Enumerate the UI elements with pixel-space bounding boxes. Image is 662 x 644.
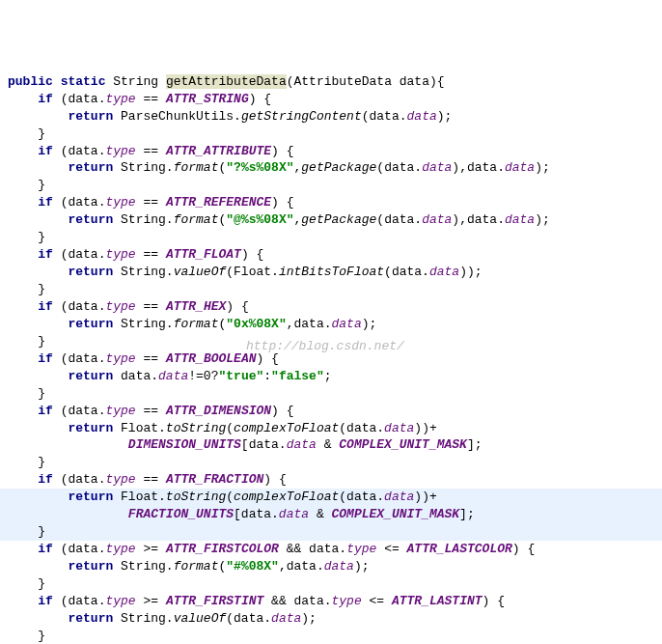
- param-name: data: [400, 74, 429, 89]
- const-attr-float: ATTR_FLOAT: [166, 247, 241, 262]
- const-attr-string: ATTR_STRING: [166, 92, 249, 106]
- keyword-if: if: [38, 144, 53, 158]
- method-valueof: valueOf: [174, 611, 227, 626]
- const-complex-unit-mask: COMPLEX_UNIT_MASK: [331, 507, 459, 521]
- highlighted-line: return Float.toString(complexToFloat(dat…: [0, 489, 662, 541]
- keyword-if: if: [38, 299, 53, 314]
- field-data: data: [429, 265, 459, 279]
- const-attr-boolean: ATTR_BOOLEAN: [166, 351, 257, 366]
- method-getpackage: getPackage: [301, 212, 376, 227]
- field-type: type: [105, 247, 135, 262]
- const-attr-reference: ATTR_REFERENCE: [166, 195, 271, 210]
- keyword-return: return: [68, 317, 113, 331]
- field-data: data: [332, 317, 362, 331]
- method-getpackage: getPackage: [301, 160, 376, 175]
- field-data: data: [324, 559, 354, 574]
- keyword-return: return: [68, 160, 113, 175]
- field-data: data: [158, 369, 188, 383]
- method-tostring: toString: [166, 421, 226, 435]
- string-true: "true": [218, 369, 263, 383]
- field-type: type: [105, 299, 135, 314]
- const-fraction-units: FRACTION_UNITS: [128, 507, 234, 521]
- keyword-return: return: [68, 369, 113, 383]
- method-format: format: [174, 212, 219, 227]
- string-color: "#%08X": [226, 559, 279, 574]
- keyword-if: if: [38, 351, 53, 366]
- field-type: type: [105, 195, 135, 210]
- keyword-if: if: [38, 472, 53, 487]
- const-attr-hex: ATTR_HEX: [166, 299, 226, 314]
- field-data: data: [384, 490, 414, 504]
- keyword-return: return: [68, 265, 113, 279]
- method-format: format: [174, 559, 219, 574]
- string-ref: "@%s%08X": [226, 212, 293, 227]
- field-type: type: [105, 472, 135, 487]
- field-data: data: [505, 160, 535, 175]
- class-parsechunkutils: ParseChunkUtils: [121, 109, 234, 124]
- keyword-if: if: [38, 247, 53, 262]
- string-hex: "0x%08X": [226, 317, 286, 331]
- keyword-if: if: [38, 594, 53, 608]
- field-data: data: [422, 160, 452, 175]
- field-type: type: [346, 542, 376, 556]
- field-type: type: [105, 92, 135, 106]
- keyword-return: return: [68, 559, 113, 574]
- method-valueof: valueOf: [174, 265, 227, 279]
- field-data: data: [422, 212, 452, 227]
- const-attr-lastint: ATTR_LASTINT: [392, 594, 483, 608]
- field-type: type: [105, 542, 135, 556]
- field-type: type: [105, 351, 135, 366]
- const-attr-dimension: ATTR_DIMENSION: [166, 404, 271, 418]
- method-tostring: toString: [166, 490, 226, 504]
- keyword-return: return: [68, 212, 113, 227]
- keyword-return: return: [68, 611, 113, 626]
- keyword-if: if: [38, 404, 53, 418]
- keyword-if: if: [38, 92, 53, 106]
- field-type: type: [105, 404, 135, 418]
- field-type: type: [105, 144, 135, 158]
- const-attr-lastcolor: ATTR_LASTCOLOR: [407, 542, 512, 556]
- field-type: type: [105, 594, 135, 608]
- keyword-return: return: [68, 109, 113, 124]
- const-attr-firstcolor: ATTR_FIRSTCOLOR: [166, 542, 279, 556]
- method-format: format: [174, 160, 219, 175]
- field-data: data: [279, 507, 309, 521]
- method-format: format: [174, 317, 219, 331]
- const-attr-firstint: ATTR_FIRSTINT: [166, 594, 263, 608]
- method-complextofloat: complexToFloat: [234, 490, 339, 504]
- keyword-public: public: [8, 74, 53, 89]
- code-block: public static String getAttributeData(At…: [8, 73, 654, 644]
- keyword-return: return: [68, 421, 113, 435]
- field-data: data: [384, 421, 414, 435]
- keyword-if: if: [38, 195, 53, 210]
- field-data: data: [287, 437, 317, 452]
- const-dimension-units: DIMENSION_UNITS: [128, 437, 241, 452]
- param-type: AttributeData: [294, 74, 392, 89]
- field-data: data: [505, 212, 535, 227]
- method-intbitstofloat: intBitsToFloat: [279, 265, 384, 279]
- method-complextofloat: complexToFloat: [234, 421, 339, 435]
- keyword-static: static: [61, 74, 106, 89]
- const-attr-attribute: ATTR_ATTRIBUTE: [166, 144, 271, 158]
- keyword-return: return: [68, 490, 113, 504]
- field-data: data: [407, 109, 437, 124]
- field-data: data: [271, 611, 301, 626]
- string-attr: "?%s%08X": [226, 160, 293, 175]
- field-type: type: [332, 594, 362, 608]
- const-complex-unit-mask: COMPLEX_UNIT_MASK: [339, 437, 467, 452]
- type-string: String: [113, 74, 158, 89]
- string-false: "false": [271, 369, 324, 383]
- method-name: getAttributeData: [166, 74, 287, 89]
- keyword-if: if: [38, 542, 53, 556]
- method-getstringcontent: getStringContent: [241, 109, 362, 124]
- const-attr-fraction: ATTR_FRACTION: [166, 472, 263, 487]
